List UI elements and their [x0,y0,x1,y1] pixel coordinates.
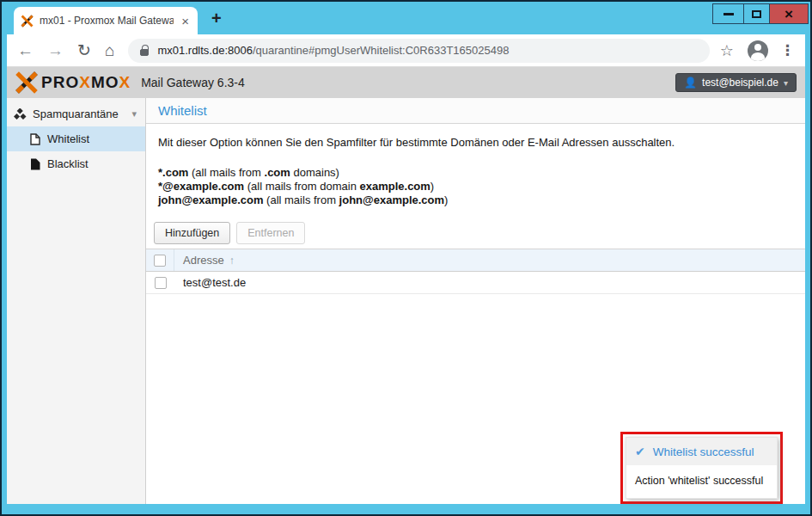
select-all-checkbox[interactable] [154,255,166,267]
chevron-down-icon[interactable]: ▾ [131,108,137,120]
close-window-icon: × [785,7,793,22]
browser-toolbar: ← → ↻ ⌂ mx01.rdlts.de:8006/quarantine#pm… [7,34,805,67]
proxmox-x-icon [15,71,38,94]
cubes-icon [14,108,27,120]
profile-avatar[interactable] [748,40,768,61]
sort-ascending-icon: ↑ [229,255,235,267]
bookmark-star-icon[interactable]: ☆ [720,41,734,60]
sidebar-item-label: Whitelist [47,132,89,145]
sidebar-root-label: Spamquarantäne [33,108,119,120]
user-icon: 👤 [684,77,697,89]
forward-icon[interactable]: → [47,42,64,58]
proxmox-logo: PROXMOX [15,71,131,94]
user-email-label: test@beispiel.de [702,77,778,89]
table-row[interactable]: test@test.de [146,272,805,294]
home-icon[interactable]: ⌂ [105,42,114,58]
example-line: *@example.com (all mails from domain exa… [158,180,793,194]
tab-title: mx01 - Proxmox Mail Gateway [40,15,174,27]
lock-icon [140,49,149,56]
example-line: *.com (all mails from .com domains) [158,166,793,180]
maximize-icon [752,10,761,18]
description-text: Mit dieser Option können Sie den Spamfil… [158,136,793,150]
address-bar[interactable]: mx01.rdlts.de:8006/quarantine#pmgUserWhi… [128,39,709,63]
sidebar-item-blacklist[interactable]: Blacklist [7,151,145,176]
chevron-down-icon: ▾ [784,78,788,88]
tab-close-icon[interactable]: × [180,15,191,28]
panel-header: Whitelist [146,98,805,124]
sidebar: Spamquarantäne ▾ Whitelist Blacklist [7,98,146,504]
toast-header: ✔ Whitelist successful [626,438,777,465]
file-solid-icon [30,158,40,170]
row-select-cell[interactable] [146,272,174,293]
browser-menu-icon[interactable]: ⋮ [780,41,795,59]
title-bar: mx01 - Proxmox Mail Gateway × + × [2,2,810,34]
add-button[interactable]: Hinzufügen [154,222,230,244]
toast-title: Whitelist successful [653,445,754,458]
proxmox-wordmark: PROXMOX [41,73,131,92]
app-header: PROXMOX Mail Gateway 6.3-4 👤 test@beispi… [7,67,805,98]
proxmox-favicon-icon [21,15,34,28]
annotation-highlight-box: ✔ Whitelist successful Action 'whitelist… [620,432,783,504]
new-tab-button[interactable]: + [211,9,222,28]
reload-icon[interactable]: ↻ [77,42,91,58]
url-path: /quarantine#pmgUserWhitelist:C0R633T1650… [253,44,509,57]
whitelist-description: Mit dieser Option können Sie den Spamfil… [146,124,805,218]
minimize-button[interactable] [712,3,744,24]
maximize-button[interactable] [743,3,770,24]
browser-window: mx01 - Proxmox Mail Gateway × + × ← → ↻ … [0,0,812,516]
check-icon: ✔ [635,445,645,458]
toast-message: Action 'whitelist' successful [626,465,777,498]
sidebar-item-label: Blacklist [47,157,89,170]
back-icon[interactable]: ← [17,42,34,58]
user-menu-button[interactable]: 👤 test@beispiel.de ▾ [675,73,797,92]
select-all-cell[interactable] [146,249,174,271]
sidebar-item-whitelist[interactable]: Whitelist [7,126,145,151]
sidebar-item-spamquarantaene[interactable]: Spamquarantäne ▾ [7,101,145,126]
address-cell: test@test.de [174,276,246,289]
window-controls: × [713,3,809,24]
page-title: Whitelist [158,103,207,118]
browser-tab[interactable]: mx01 - Proxmox Mail Gateway × [14,7,198,34]
grid-header[interactable]: Adresse ↑ [146,249,805,272]
minimize-icon [723,13,734,15]
file-outline-icon [30,133,40,145]
close-window-button[interactable]: × [769,3,809,24]
grid-toolbar: Hinzufügen Entfernen [146,218,805,249]
url-host: mx01.rdlts.de:8006 [157,44,253,57]
column-header-adresse[interactable]: Adresse [174,254,224,267]
row-checkbox[interactable] [155,277,167,289]
remove-button[interactable]: Entfernen [236,222,305,244]
example-line: john@example.com (all mails from john@ex… [158,194,793,207]
toast-notification: ✔ Whitelist successful Action 'whitelist… [626,437,778,499]
product-version-label: Mail Gateway 6.3-4 [141,76,245,89]
